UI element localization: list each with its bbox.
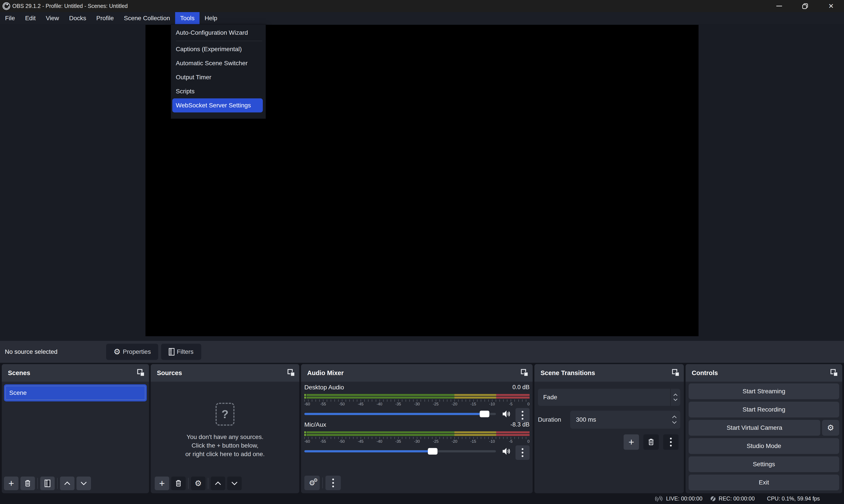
transition-select[interactable]: Fade	[538, 389, 680, 406]
move-scene-down-button[interactable]	[76, 476, 91, 490]
start-recording-button[interactable]: Start Recording	[689, 402, 839, 417]
speaker-icon[interactable]	[502, 410, 511, 418]
meter-scale-labels: -60-55-50-45-40-35-30-25-20-15-10-50	[304, 439, 530, 445]
start-virtual-camera-button[interactable]: Start Virtual Camera	[689, 420, 820, 436]
window-title: OBS 29.1.2 - Profile: Untitled - Scenes:…	[12, 3, 128, 9]
audio-mixer-header[interactable]: Audio Mixer	[301, 364, 533, 382]
gear-icon: ⚙	[113, 348, 121, 356]
add-transition-button[interactable]: +	[623, 434, 639, 450]
menu-profile[interactable]: Profile	[91, 12, 119, 24]
no-source-selected-label: No source selected	[5, 341, 57, 363]
scenes-panel-title: Scenes	[8, 370, 30, 377]
minimize-icon	[776, 6, 782, 6]
tools-menu-item-automatic-scene-switcher[interactable]: Automatic Scene Switcher	[171, 56, 266, 70]
audio-mixer-panel: Audio Mixer Desktop Audio 0.0 dB -60-	[301, 364, 533, 493]
spinbox-arrows[interactable]	[672, 411, 677, 429]
remove-scene-button[interactable]	[20, 476, 35, 490]
popout-icon[interactable]	[287, 369, 295, 377]
start-streaming-button[interactable]: Start Streaming	[689, 383, 839, 399]
advanced-audio-properties-button[interactable]: ⚙⚙	[304, 476, 320, 490]
sources-empty-text: You don't have any sources. Click the + …	[151, 433, 299, 458]
menu-file[interactable]: File	[0, 12, 20, 24]
volume-slider-handle[interactable]	[428, 448, 438, 455]
gear-icon: ⚙	[195, 480, 202, 487]
sources-list[interactable]: ? You don't have any sources. Click the …	[151, 382, 299, 493]
remove-source-button[interactable]	[171, 476, 186, 490]
move-scene-up-button[interactable]	[60, 476, 74, 490]
close-button[interactable]: ✕	[818, 0, 844, 12]
scene-transitions-header[interactable]: Scene Transitions	[534, 364, 684, 382]
studio-mode-button[interactable]: Studio Mode	[689, 438, 839, 454]
status-bar: LIVE: 00:00:00 REC: 00:00:00 CPU: 0.1%, …	[0, 493, 844, 504]
volume-meter	[304, 431, 530, 436]
exit-button[interactable]: Exit	[689, 474, 839, 490]
duration-spinbox[interactable]: 300 ms	[570, 411, 680, 429]
volume-slider-handle[interactable]	[480, 411, 489, 417]
menu-view[interactable]: View	[41, 12, 64, 24]
scene-filters-button[interactable]	[40, 476, 55, 490]
kebab-icon	[522, 411, 523, 420]
chevron-up-icon	[673, 394, 678, 396]
plus-icon: +	[159, 479, 165, 488]
close-icon: ✕	[828, 3, 834, 10]
tools-menu-item-scripts[interactable]: Scripts	[171, 84, 266, 98]
move-source-up-button[interactable]	[211, 476, 225, 490]
controls-header[interactable]: Controls	[686, 364, 842, 382]
trash-icon	[24, 480, 31, 487]
remove-transition-button[interactable]	[644, 434, 659, 450]
filters-button[interactable]: Filters	[161, 344, 201, 360]
restore-button[interactable]	[792, 0, 818, 12]
tools-menu-item-auto-configuration-wizard[interactable]: Auto-Configuration Wizard	[171, 26, 266, 40]
tools-menu-item-output-timer[interactable]: Output Timer	[171, 70, 266, 84]
transitions-toolbar: +	[534, 434, 680, 450]
move-source-down-button[interactable]	[227, 476, 242, 490]
audio-mixer-title: Audio Mixer	[307, 370, 344, 377]
scenes-panel-header[interactable]: Scenes	[2, 364, 149, 382]
source-properties-button[interactable]: ⚙	[191, 476, 206, 490]
menu-tools[interactable]: Tools	[175, 12, 199, 24]
popout-icon[interactable]	[521, 369, 529, 377]
add-scene-button[interactable]: +	[4, 476, 18, 490]
volume-slider-row	[304, 409, 530, 418]
virtual-camera-config-button[interactable]: ⚙	[822, 420, 839, 436]
channel-options-button[interactable]	[515, 408, 530, 422]
popout-icon[interactable]	[137, 369, 145, 377]
transition-options-button[interactable]	[663, 434, 679, 450]
minimize-button[interactable]	[766, 0, 792, 12]
menu-edit[interactable]: Edit	[20, 12, 41, 24]
menu-help[interactable]: Help	[199, 12, 222, 24]
empty-line-2: Click the + button below,	[151, 441, 299, 450]
settings-button[interactable]: Settings	[689, 456, 839, 472]
menu-scene-collection[interactable]: Scene Collection	[119, 12, 175, 24]
properties-button-label: Properties	[123, 348, 151, 355]
volume-slider[interactable]	[304, 450, 496, 452]
meter-scale-labels: -60-55-50-45-40-35-30-25-20-15-10-50	[304, 402, 530, 408]
trash-icon	[647, 438, 655, 446]
live-status: LIVE: 00:00:00	[654, 495, 702, 502]
menu-docks[interactable]: Docks	[64, 12, 91, 24]
volume-slider[interactable]	[304, 413, 496, 415]
popout-icon[interactable]	[672, 369, 680, 377]
popout-icon[interactable]	[830, 369, 838, 377]
tools-menu-item-captions[interactable]: Captions (Experimental)	[171, 42, 266, 56]
title-bar[interactable]: OBS 29.1.2 - Profile: Untitled - Scenes:…	[0, 0, 844, 12]
scenes-list[interactable]: Scene +	[2, 382, 149, 493]
sources-panel-header[interactable]: Sources	[151, 364, 299, 382]
speaker-icon[interactable]	[502, 447, 511, 455]
select-arrows[interactable]	[670, 389, 680, 406]
focus-ring	[5, 386, 145, 400]
trash-icon	[175, 480, 182, 487]
record-inactive-icon	[710, 496, 716, 502]
live-time: LIVE: 00:00:00	[666, 496, 702, 502]
empty-line-3: or right click here to add one.	[151, 450, 299, 458]
chevron-up-icon	[672, 415, 677, 418]
add-source-button[interactable]: +	[155, 476, 169, 490]
scene-list-item-selected[interactable]: Scene	[4, 384, 147, 401]
properties-button[interactable]: ⚙ Properties	[106, 344, 158, 360]
tools-menu-item-websocket-server-settings[interactable]: WebSocket Server Settings	[172, 98, 263, 112]
cpu-fps-status: CPU: 0.1%, 59.94 fps	[767, 496, 820, 502]
mixer-options-button[interactable]	[326, 476, 341, 490]
kebab-icon	[670, 438, 672, 447]
channel-options-button[interactable]	[515, 445, 530, 460]
channel-name: Desktop Audio	[304, 384, 344, 391]
